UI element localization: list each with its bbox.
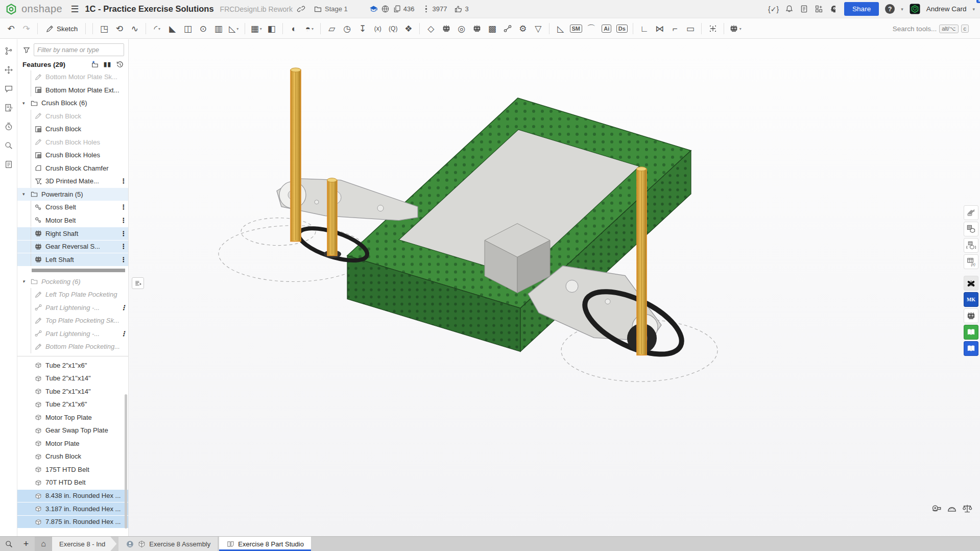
feature-bottom-motor-plate-ext[interactable]: Bottom Motor Plate Ext... (17, 84, 128, 97)
feature-part-lightening[interactable]: Part Lightening -...⋮ (17, 301, 128, 315)
tab-exercise-8-ind[interactable]: Exercise 8 - Ind (52, 537, 116, 551)
revolve-button[interactable]: ⟲ (112, 21, 126, 36)
feature-crush-block[interactable]: Crush Block (17, 110, 128, 123)
frames-table-panel-button[interactable] (964, 238, 978, 253)
suppress-dots-icon[interactable]: ⋮ (119, 230, 128, 237)
feature-crush-block-holes[interactable]: Crush Block Holes (17, 136, 128, 149)
feature-settings-button[interactable]: ⚙ (516, 21, 530, 36)
sheet-metal-button[interactable]: SM (569, 21, 583, 36)
part-motor-plate[interactable]: Motor Plate (17, 437, 128, 450)
ai-tool-button[interactable]: Ai (600, 21, 613, 36)
bom-table-panel-button[interactable] (964, 222, 978, 236)
model-gear-reversal-shaft[interactable] (327, 178, 338, 256)
feature-crush-block-chamfer[interactable]: Crush Block Chamfer (17, 162, 128, 175)
suppress-dots-icon[interactable]: ⋮ (119, 177, 128, 185)
panel-follow-mode-icon[interactable] (4, 65, 13, 76)
feature-gear-reversal-s[interactable]: Gear Reversal S...⋮ (17, 240, 128, 253)
variable-button[interactable]: (x) (371, 21, 385, 36)
panel-versions-icon[interactable] (4, 46, 13, 57)
suspend-rebuild-button[interactable]: ▮▮ (104, 61, 111, 68)
shell-button[interactable]: ◫ (181, 21, 195, 36)
part-tube-2-x1-x6[interactable]: Tube 2"x1"x6" (17, 359, 128, 372)
custom-feature-2-button[interactable] (470, 21, 484, 36)
feature-motor-belt[interactable]: Motor Belt⋮ (17, 214, 128, 227)
suppress-dots-icon[interactable]: ⋮ (119, 217, 128, 224)
part-3-187-in-rounded-hex[interactable]: 3.187 in. Rounded Hex ... (17, 502, 128, 515)
mate-connector-button[interactable]: ◎ (455, 21, 468, 36)
feature-part-lightening[interactable]: Part Lightening -...⋮ (17, 327, 128, 341)
part-tube-2-x1-x14[interactable]: Tube 2"x1"x14" (17, 385, 128, 398)
feature-crush-block[interactable]: Crush Block (17, 123, 128, 136)
ai-assistant-icon[interactable] (829, 5, 838, 13)
feature-3d-printed-mate[interactable]: 3D Printed Mate...⋮ (17, 175, 128, 188)
filter-feature-button[interactable]: ▽ (531, 21, 545, 36)
add-tab-button[interactable]: + (17, 537, 35, 551)
part-7-875-in-rounded-hex[interactable]: 7.875 in. Rounded Hex ... (17, 515, 128, 529)
main-menu-icon[interactable]: ☰ (68, 4, 81, 15)
configurations-panel-button[interactable]: (x) (964, 254, 978, 269)
public-globe-icon[interactable] (381, 5, 390, 13)
tree-scrollbar[interactable] (125, 394, 127, 529)
custom-feature-1-button[interactable] (439, 21, 453, 36)
suppress-dots-icon[interactable]: ⋮ (119, 203, 128, 211)
help-caret-icon[interactable]: ▾ (901, 7, 903, 12)
feature-status-icon[interactable]: {✓} (768, 5, 779, 13)
boss-button[interactable]: ▥ (211, 21, 225, 36)
flat-pattern-button[interactable]: ▭ (683, 21, 697, 36)
part-motor-top-plate[interactable]: Motor Top Plate (17, 411, 128, 424)
fillet-button[interactable]: ◜▾ (150, 21, 164, 36)
origin-target-button[interactable] (706, 21, 720, 36)
butterfly-app-panel-button[interactable] (964, 276, 978, 291)
tab-search-button[interactable] (0, 537, 17, 551)
tape-measure-button[interactable] (931, 503, 942, 516)
assembly-robot-button[interactable]: ▾ (728, 21, 742, 36)
redo-button[interactable]: ↷ (19, 21, 33, 36)
rollback-bar[interactable] (32, 269, 125, 272)
chevron-down-icon[interactable]: ▾ (22, 279, 30, 284)
suppress-dots-icon[interactable]: ⋮ (119, 256, 128, 263)
panel-properties-icon[interactable] (4, 160, 13, 171)
protractor-button[interactable] (946, 503, 958, 516)
hole-button[interactable]: ⊙ (196, 21, 210, 36)
appearance-panel-button[interactable] (964, 205, 978, 220)
rollback-handle-button[interactable] (132, 277, 144, 289)
feature-powertrain-5[interactable]: ▾Powertrain (5) (17, 188, 128, 201)
part-gear-swap-top-plate[interactable]: Gear Swap Top Plate (17, 424, 128, 437)
learning-cap-icon[interactable] (369, 5, 378, 13)
sweep-button[interactable]: ∿ (128, 21, 141, 36)
user-name[interactable]: Andrew Card (926, 5, 967, 13)
undo-button[interactable]: ↶ (4, 21, 18, 36)
feature-bottom-motor-plate-sk[interactable]: Bottom Motor Plate Sk... (17, 70, 128, 84)
filter-funnel-icon[interactable] (22, 46, 31, 54)
design-studio-button[interactable]: Ds (615, 21, 629, 36)
feature-top-plate-pocketing-sk[interactable]: Top Plate Pocketing Sk... (17, 314, 128, 327)
plane-button[interactable]: ▱ (325, 21, 339, 36)
part-70t-htd-belt[interactable]: 70T HTD Belt (17, 476, 128, 489)
feature-pocketing-6[interactable]: ▾Pocketing (6) (17, 275, 128, 289)
help-button[interactable]: ? (885, 4, 895, 14)
feature-left-top-plate-pocketing[interactable]: Left Top Plate Pocketing (17, 288, 128, 301)
part-tube-2-x1-x6[interactable]: Tube 2"x1"x6" (17, 398, 128, 411)
panel-comments-icon[interactable] (4, 84, 13, 95)
share-button[interactable]: Share (844, 2, 879, 16)
flange-button[interactable]: ⌒ (584, 21, 598, 36)
model-right-shaft[interactable] (637, 167, 647, 355)
sheet-metal-model-button[interactable]: ◺ (554, 21, 567, 36)
extrude-button[interactable]: ◳ (97, 21, 111, 36)
model-left-shaft[interactable] (291, 68, 301, 242)
tab-exercise-8-part-studio[interactable]: Exercise 8 Part Studio (219, 537, 311, 551)
toolbar-search[interactable]: Search tools... alt/⌥ c (893, 25, 976, 33)
user-avatar[interactable] (910, 4, 920, 14)
feature-cross-belt[interactable]: Cross Belt⋮ (17, 201, 128, 214)
chamfer-button[interactable]: ◣ (165, 21, 179, 36)
import-export-button[interactable]: ↧ (355, 21, 369, 36)
unfold-button[interactable]: ⋈ (653, 21, 666, 36)
user-menu-caret-icon[interactable]: ▾ (972, 7, 975, 12)
panel-search-icon[interactable] (4, 141, 13, 152)
rollback-history-button[interactable] (116, 60, 124, 68)
notifications-bell-icon[interactable] (785, 5, 794, 13)
feature-bottom-plate-pocketing[interactable]: Bottom Plate Pocketing... (17, 340, 128, 353)
library-blue-app-panel-button[interactable] (964, 341, 978, 356)
feature-right-shaft[interactable]: Right Shaft⋮ (17, 227, 128, 240)
library-green-app-panel-button[interactable] (964, 325, 978, 340)
